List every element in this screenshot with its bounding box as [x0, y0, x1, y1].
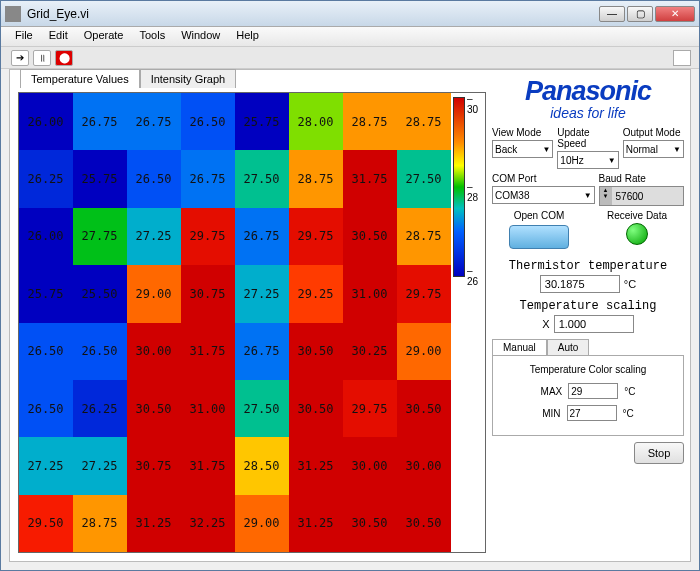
heatmap-cell: 27.50 [397, 150, 451, 207]
heatmap-cell: 27.25 [73, 437, 127, 494]
heatmap-cell: 26.25 [73, 380, 127, 437]
com-port-label: COM Port [492, 173, 595, 184]
heatmap-cell: 27.50 [235, 380, 289, 437]
subtab-manual[interactable]: Manual [492, 339, 547, 355]
heatmap-cell: 31.25 [289, 437, 343, 494]
heatmap-cell: 26.00 [19, 93, 73, 150]
heatmap-cell: 27.25 [127, 208, 181, 265]
heatmap-cell: 29.00 [397, 323, 451, 380]
heatmap-panel: 26.0026.7526.7526.5025.7528.0028.7528.75… [18, 92, 486, 553]
output-mode-dropdown[interactable]: Normal▼ [623, 140, 684, 158]
output-mode-label: Output Mode [623, 127, 684, 138]
tab-temperature-values[interactable]: Temperature Values [20, 69, 140, 88]
heatmap-row: 29.5028.7531.2532.2529.0031.2530.5030.50 [19, 495, 451, 552]
scaling-x-label: X [542, 318, 549, 330]
colorbar-tick-top: –30 [467, 93, 478, 115]
scaling-subtabs: Manual Auto [492, 339, 684, 356]
heatmap-cell: 31.75 [181, 323, 235, 380]
client-area: Temperature Values Intensity Graph 26.00… [9, 69, 691, 562]
colorscale-max-label: MAX [541, 386, 563, 397]
colorscale-panel: Temperature Color scaling MAX °C MIN °C [492, 356, 684, 436]
heatmap-cell: 28.75 [397, 208, 451, 265]
side-panel: Panasonic ideas for life View Mode Back▼… [492, 76, 684, 555]
menu-operate[interactable]: Operate [76, 27, 132, 46]
vi-icon[interactable] [673, 50, 691, 66]
heatmap-cell: 30.25 [343, 323, 397, 380]
baud-rate-label: Baud Rate [599, 173, 684, 184]
chevron-down-icon: ▼ [673, 145, 681, 154]
heatmap-cell: 31.00 [181, 380, 235, 437]
brand-tagline: ideas for life [492, 105, 684, 121]
heatmap-cell: 30.50 [397, 380, 451, 437]
heatmap-cell: 26.75 [127, 93, 181, 150]
heatmap-row: 26.0027.7527.2529.7526.7529.7530.5028.75 [19, 208, 451, 265]
heatmap-cell: 25.75 [19, 265, 73, 322]
menu-help[interactable]: Help [228, 27, 267, 46]
heatmap-cell: 30.50 [289, 380, 343, 437]
heatmap-cell: 25.50 [73, 265, 127, 322]
heatmap-cell: 29.25 [289, 265, 343, 322]
menu-file[interactable]: File [7, 27, 41, 46]
heatmap-row: 26.2525.7526.5026.7527.5028.7531.7527.50 [19, 150, 451, 207]
heatmap-cell: 26.00 [19, 208, 73, 265]
update-speed-dropdown[interactable]: 10Hz▼ [557, 151, 618, 169]
heatmap-cell: 26.50 [19, 380, 73, 437]
menu-window[interactable]: Window [173, 27, 228, 46]
heatmap-cell: 26.25 [19, 150, 73, 207]
heatmap-cell: 30.50 [397, 495, 451, 552]
open-com-button[interactable] [509, 225, 569, 249]
scaling-title: Temperature scaling [492, 299, 684, 313]
chevron-down-icon: ▼ [584, 191, 592, 200]
heatmap-cell: 26.75 [181, 150, 235, 207]
close-button[interactable]: ✕ [655, 6, 695, 22]
heatmap-row: 26.5026.2530.5031.0027.5030.5029.7530.50 [19, 380, 451, 437]
heatmap-cell: 28.75 [343, 93, 397, 150]
menu-edit[interactable]: Edit [41, 27, 76, 46]
colorbar-gradient [453, 97, 465, 277]
heatmap-cell: 26.50 [73, 323, 127, 380]
view-mode-dropdown[interactable]: Back▼ [492, 140, 553, 158]
heatmap-cell: 26.75 [235, 323, 289, 380]
heatmap-cell: 29.75 [343, 380, 397, 437]
tab-intensity-graph[interactable]: Intensity Graph [140, 69, 237, 88]
colorscale-min-unit: °C [623, 408, 634, 419]
heatmap-cell: 30.50 [343, 208, 397, 265]
spinner-icon[interactable]: ▲▼ [600, 187, 612, 205]
colorbar-tick-bot: –26 [467, 265, 478, 287]
heatmap-cell: 30.75 [181, 265, 235, 322]
pause-button[interactable]: ॥ [33, 50, 51, 66]
heatmap-cell: 29.75 [397, 265, 451, 322]
heatmap-cell: 26.50 [127, 150, 181, 207]
update-speed-label: Update Speed [557, 127, 618, 149]
colorscale-min-label: MIN [542, 408, 560, 419]
minimize-button[interactable]: — [599, 6, 625, 22]
heatmap-cell: 28.75 [289, 150, 343, 207]
abort-button[interactable]: ⬤ [55, 50, 73, 66]
colorscale-min-input[interactable] [567, 405, 617, 421]
maximize-button[interactable]: ▢ [627, 6, 653, 22]
heatmap-cell: 28.00 [289, 93, 343, 150]
heatmap-cell: 31.00 [343, 265, 397, 322]
titlebar[interactable]: Grid_Eye.vi — ▢ ✕ [1, 1, 699, 27]
app-icon [5, 6, 21, 22]
heatmap-cell: 26.50 [19, 323, 73, 380]
menu-tools[interactable]: Tools [131, 27, 173, 46]
colorbar: –30 –28 –26 [453, 97, 481, 277]
subtab-auto[interactable]: Auto [547, 339, 590, 355]
scaling-x-input[interactable]: 1.000 [554, 315, 634, 333]
run-button[interactable]: ➔ [11, 50, 29, 66]
thermistor-unit: °C [624, 278, 636, 290]
colorbar-tick-mid: –28 [467, 181, 478, 203]
heatmap-grid[interactable]: 26.0026.7526.7526.5025.7528.0028.7528.75… [19, 93, 451, 552]
window-title: Grid_Eye.vi [27, 7, 599, 21]
stop-button[interactable]: Stop [634, 442, 684, 464]
baud-rate-input[interactable]: ▲▼57600 [599, 186, 684, 206]
colorscale-title: Temperature Color scaling [499, 364, 677, 375]
heatmap-cell: 30.50 [289, 323, 343, 380]
heatmap-cell: 31.75 [181, 437, 235, 494]
colorscale-max-input[interactable] [568, 383, 618, 399]
heatmap-cell: 29.75 [181, 208, 235, 265]
heatmap-cell: 30.00 [397, 437, 451, 494]
com-port-dropdown[interactable]: COM38▼ [492, 186, 595, 204]
heatmap-cell: 26.75 [235, 208, 289, 265]
